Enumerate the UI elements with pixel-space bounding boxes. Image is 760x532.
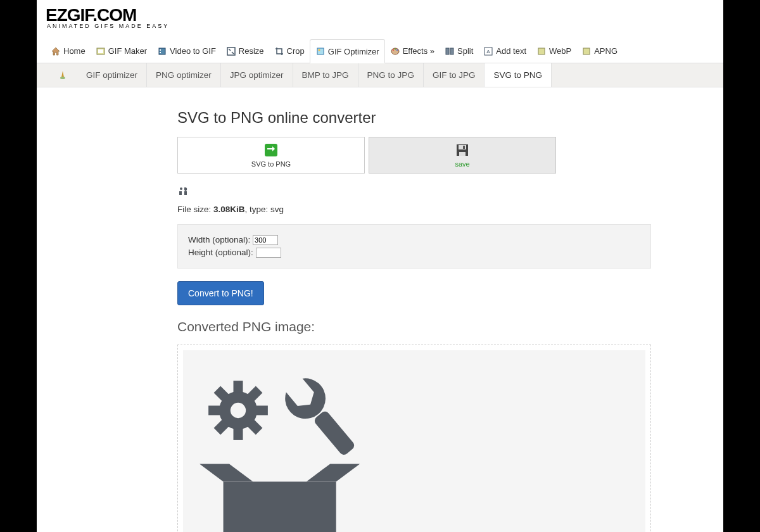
svg-point-26 [231, 403, 246, 418]
logo-subtitle: ANIMATED GIFS MADE EASY [46, 23, 714, 29]
nav-crop[interactable]: Crop [269, 39, 310, 63]
height-input[interactable] [256, 248, 281, 258]
nav-add-text[interactable]: A Add text [478, 39, 531, 63]
convert-button[interactable]: Convert to PNG! [177, 281, 264, 305]
svg-rect-22 [459, 152, 466, 156]
text-icon: A [483, 46, 493, 56]
svg-point-18 [60, 77, 65, 79]
nav-video-to-gif[interactable]: Video to GIF [152, 39, 221, 63]
tile-save[interactable]: save [369, 137, 556, 174]
tab-png-optimizer[interactable]: PNG optimizer [147, 63, 221, 87]
width-input[interactable] [253, 235, 278, 245]
nav-label: Resize [239, 46, 264, 56]
nav-label: APNG [594, 46, 618, 56]
resize-icon [226, 46, 236, 56]
svg-rect-23 [463, 146, 465, 149]
svg-rect-27 [234, 381, 243, 393]
svg-rect-13 [450, 48, 453, 54]
svg-rect-3 [160, 49, 161, 51]
svg-rect-16 [538, 48, 545, 54]
main-content: SVG to PNG online converter SVG to PNG s… [37, 87, 664, 532]
svg-rect-6 [317, 48, 324, 54]
output-image [183, 350, 645, 532]
svg-rect-19 [265, 144, 277, 156]
nav-apng[interactable]: APNG [576, 39, 623, 63]
tab-bmp-to-jpg[interactable]: BMP to JPG [293, 63, 358, 87]
height-label: Height (optional): [188, 248, 256, 257]
nav-label: Add text [496, 46, 526, 56]
nav-label: WebP [549, 46, 571, 56]
home-icon [51, 46, 61, 56]
film-icon [96, 46, 106, 56]
svg-rect-4 [160, 52, 161, 53]
file-info: File size: 3.08KiB, type: svg [177, 186, 664, 214]
svg-marker-37 [200, 464, 253, 481]
palette-icon [390, 46, 400, 56]
page-title: SVG to PNG online converter [177, 109, 664, 127]
tab-jpg-optimizer[interactable]: JPG optimizer [221, 63, 293, 87]
svg-rect-12 [446, 48, 449, 54]
file-size-value: 3.08KiB [213, 205, 245, 214]
svg-point-10 [395, 48, 396, 49]
nav-label: Video to GIF [170, 46, 216, 56]
tile-label: SVG to PNG [178, 160, 364, 168]
save-floppy-icon [455, 142, 470, 158]
nav-label: Crop [287, 46, 305, 56]
svg-rect-5 [227, 48, 235, 55]
convert-arrows-icon [263, 142, 279, 158]
svg-rect-2 [159, 48, 165, 54]
nav-effects[interactable]: Effects » [385, 39, 440, 63]
svg-point-9 [393, 49, 394, 51]
svg-rect-29 [208, 406, 220, 415]
tab-gif-optimizer[interactable]: GIF optimizer [77, 63, 147, 87]
nav-resize[interactable]: Resize [221, 39, 269, 63]
result-heading: Converted PNG image: [177, 319, 664, 334]
nav-split[interactable]: Split [440, 39, 478, 63]
svg-rect-17 [583, 48, 590, 54]
svg-rect-30 [256, 406, 268, 415]
nav-gif-maker[interactable]: GIF Maker [91, 39, 152, 63]
form-box: Width (optional): Height (optional): [177, 224, 651, 269]
output-box [177, 345, 651, 532]
split-icon [445, 46, 455, 56]
header: EZGIF.COM ANIMATED GIFS MADE EASY [37, 0, 723, 32]
nav-gif-optimizer[interactable]: GIF Optimizer [310, 39, 385, 63]
tile-svg-to-png[interactable]: SVG to PNG [177, 137, 365, 174]
svg-rect-36 [224, 482, 336, 533]
optimize-icon [315, 46, 326, 56]
tab-gif-to-jpg[interactable]: GIF to JPG [424, 63, 485, 87]
svg-rect-1 [98, 49, 103, 53]
source-thumbnail-icon [177, 186, 189, 200]
svg-rect-28 [234, 428, 243, 440]
svg-rect-21 [459, 145, 466, 149]
sub-nav: GIF optimizer PNG optimizer JPG optimize… [37, 63, 723, 87]
svg-point-11 [396, 49, 398, 51]
sub-nav-leading-icon [48, 70, 77, 81]
webp-icon [536, 46, 547, 56]
main-nav: Home GIF Maker Video to GIF Resize Crop … [37, 39, 723, 63]
nav-label: Home [63, 46, 86, 56]
video-icon [157, 46, 167, 56]
crop-icon [274, 46, 284, 56]
svg-rect-35 [313, 410, 356, 457]
action-tiles: SVG to PNG save [177, 137, 664, 174]
tab-svg-to-png[interactable]: SVG to PNG [484, 63, 552, 87]
nav-home[interactable]: Home [46, 39, 91, 63]
nav-label: GIF Maker [108, 46, 147, 56]
nav-label: Split [457, 46, 473, 56]
tab-png-to-jpg[interactable]: PNG to JPG [358, 63, 424, 87]
svg-point-7 [318, 49, 320, 51]
svg-text:A: A [487, 49, 491, 54]
apng-icon [581, 46, 592, 56]
file-type-suffix: , type: svg [245, 205, 284, 214]
svg-point-24 [180, 187, 182, 190]
width-label: Width (optional): [188, 235, 253, 244]
tile-label: save [369, 160, 555, 168]
nav-label: GIF Optimizer [328, 47, 379, 56]
nav-webp[interactable]: WebP [531, 39, 576, 63]
file-size-label: File size: [177, 205, 213, 214]
nav-label: Effects » [403, 46, 434, 56]
svg-marker-38 [307, 464, 360, 481]
